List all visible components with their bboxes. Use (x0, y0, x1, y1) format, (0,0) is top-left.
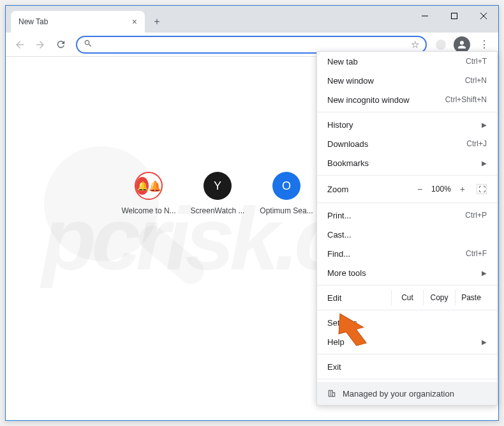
cut-button[interactable]: Cut (391, 290, 423, 305)
menu-new-tab[interactable]: New tab Ctrl+T (317, 52, 497, 71)
close-window-button[interactable] (469, 6, 498, 26)
menu-new-incognito[interactable]: New incognito window Ctrl+Shift+N (317, 90, 497, 109)
zoom-out-button[interactable]: − (417, 184, 422, 194)
paste-button[interactable]: Paste (455, 290, 487, 305)
window-controls (410, 6, 498, 26)
fullscreen-button[interactable]: ⛶ (477, 184, 487, 194)
menu-separator (317, 175, 497, 176)
extension-icon[interactable] (436, 40, 446, 50)
shortcut-label: ScreenWatch ... (189, 206, 246, 215)
menu-shortcut: Ctrl+T (466, 57, 487, 66)
menu-edit: Edit Cut Copy Paste (317, 288, 497, 307)
menu-label: Cast... (327, 230, 352, 240)
menu-exit[interactable]: Exit (317, 357, 497, 376)
menu-label: Edit (327, 293, 341, 303)
menu-managed-by-org[interactable]: Managed by your organization (317, 382, 497, 405)
menu-shortcut: Ctrl+N (465, 76, 487, 85)
shortcut-item[interactable]: O Optimum Sea... (258, 172, 315, 215)
chevron-right-icon: ▶ (482, 339, 487, 346)
menu-settings[interactable]: Settings (317, 313, 497, 332)
building-icon (327, 389, 336, 398)
forward-button[interactable] (31, 36, 49, 54)
menu-shortcut: Ctrl+P (465, 211, 487, 220)
search-icon (84, 39, 93, 50)
chevron-right-icon: ▶ (482, 160, 487, 167)
menu-separator (317, 112, 497, 112)
menu-separator (317, 354, 497, 354)
watermark (134, 220, 209, 289)
reload-button[interactable] (52, 36, 70, 54)
menu-label: New tab (327, 57, 358, 66)
menu-label: Zoom (327, 185, 348, 194)
menu-zoom: Zoom − 100% + ⛶ (317, 178, 497, 200)
zoom-value: 100% (431, 185, 451, 194)
menu-history[interactable]: History ▶ (317, 115, 497, 134)
menu-label: Managed by your organization (343, 389, 454, 399)
menu-separator (317, 310, 497, 310)
menu-print[interactable]: Print... Ctrl+P (317, 206, 497, 225)
title-bar: New Tab × + (6, 6, 498, 33)
menu-new-window[interactable]: New window Ctrl+N (317, 71, 497, 90)
shortcut-icon: Y (204, 172, 232, 200)
bookmark-star-icon[interactable]: ☆ (411, 39, 419, 50)
menu-label: Help (327, 337, 345, 347)
menu-label: History (327, 120, 353, 130)
shortcut-icon: O (272, 172, 300, 200)
chevron-right-icon: ▶ (482, 121, 487, 128)
svg-rect-1 (452, 13, 457, 19)
zoom-in-button[interactable]: + (460, 184, 465, 194)
menu-label: New window (327, 76, 374, 86)
menu-label: More tools (327, 268, 366, 278)
shortcut-item[interactable]: 🔔 Welcome to N... (120, 172, 177, 215)
back-button[interactable] (11, 36, 29, 54)
menu-separator (317, 202, 497, 203)
chrome-menu: New tab Ctrl+T New window Ctrl+N New inc… (316, 51, 498, 406)
menu-label: New incognito window (327, 95, 410, 105)
menu-shortcut: Ctrl+Shift+N (445, 95, 487, 104)
menu-help[interactable]: Help ▶ (317, 332, 497, 351)
menu-shortcut: Ctrl+J (466, 139, 487, 148)
shortcut-label: Optimum Sea... (258, 206, 315, 215)
shortcut-item[interactable]: Y ScreenWatch ... (189, 172, 246, 215)
shortcut-icon: 🔔 (135, 172, 163, 200)
menu-label: Print... (327, 211, 352, 220)
menu-separator (317, 285, 497, 285)
menu-cast[interactable]: Cast... (317, 225, 497, 244)
menu-label: Exit (327, 362, 341, 372)
menu-find[interactable]: Find... Ctrl+F (317, 244, 497, 263)
menu-bookmarks[interactable]: Bookmarks ▶ (317, 153, 497, 172)
menu-label: Find... (327, 249, 350, 259)
menu-label: Bookmarks (327, 158, 369, 168)
menu-label: Settings (327, 318, 357, 328)
copy-button[interactable]: Copy (423, 290, 455, 305)
menu-separator (317, 379, 497, 379)
minimize-button[interactable] (410, 6, 440, 26)
menu-downloads[interactable]: Downloads Ctrl+J (317, 134, 497, 153)
tab-title: New Tab (19, 17, 48, 26)
shortcut-label: Welcome to N... (120, 206, 177, 215)
menu-more-tools[interactable]: More tools ▶ (317, 263, 497, 282)
profile-avatar[interactable] (454, 36, 470, 53)
browser-tab[interactable]: New Tab × (11, 11, 145, 33)
new-tab-button[interactable]: + (150, 15, 164, 29)
menu-shortcut: Ctrl+F (466, 249, 487, 258)
close-tab-icon[interactable]: × (132, 17, 137, 27)
chevron-right-icon: ▶ (482, 270, 487, 277)
maximize-button[interactable] (440, 6, 469, 26)
menu-label: Downloads (327, 139, 368, 149)
